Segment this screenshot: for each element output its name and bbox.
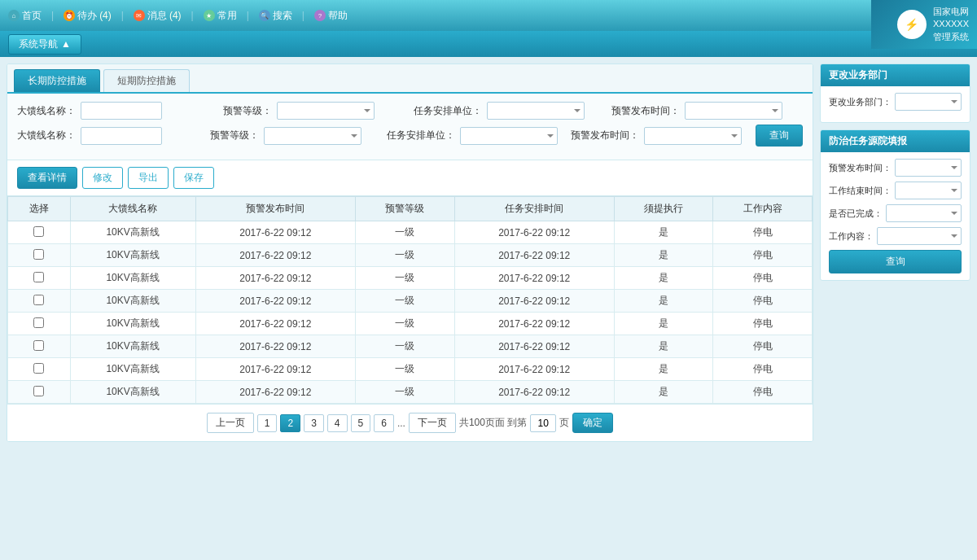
home-icon: ⌂ [8, 10, 20, 21]
select-time1[interactable] [685, 102, 782, 120]
row-checkbox[interactable] [33, 272, 44, 282]
table-row: 10KV高新线 2017-6-22 09:12 一级 2017-6-22 09:… [8, 381, 813, 404]
page-jump-input[interactable] [530, 414, 556, 432]
cell-content: 停电 [713, 381, 813, 404]
cell-arrange-time: 2017-6-22 09:12 [454, 290, 614, 313]
main-query-button[interactable]: 查询 [756, 125, 803, 147]
cell-execute: 是 [614, 358, 713, 381]
cell-level: 一级 [356, 267, 455, 290]
ellipsis: ... [397, 418, 405, 429]
cell-name: 10KV高新线 [70, 313, 195, 335]
right-row-work-content: 工作内容： [829, 227, 962, 245]
label-completed: 是否已完成： [829, 208, 883, 220]
select-time2[interactable] [644, 127, 742, 145]
tab-short-term[interactable]: 短期防控措施 [103, 69, 190, 92]
input-name1[interactable] [81, 102, 162, 120]
cell-content: 停电 [713, 267, 813, 290]
system-navigation-bar: 系统导航 ▲ [0, 31, 977, 57]
filter-group-level2: 预警等级： 一级二级三级 [202, 127, 380, 145]
cell-name: 10KV高新线 [70, 358, 195, 381]
input-name2[interactable] [81, 127, 162, 145]
cell-level: 一级 [356, 335, 455, 358]
row-checkbox[interactable] [33, 295, 44, 305]
cell-execute: 是 [614, 335, 713, 358]
common-icon: ★ [204, 10, 215, 21]
filter-form: 大馈线名称： 预警等级： 一级二级三级 任务安排单位： 预警发布时间： [7, 94, 813, 160]
cell-level: 一级 [356, 221, 455, 244]
cell-publish-time: 2017-6-22 09:12 [195, 313, 355, 335]
label-change-dept: 更改业务部门： [829, 96, 892, 108]
row-checkbox[interactable] [33, 386, 44, 396]
pagination: 上一页 1 2 3 4 5 6 ... 下一页 共100页面 到第 页 确定 [7, 404, 813, 441]
cell-name: 10KV高新线 [70, 290, 195, 313]
cell-name: 10KV高新线 [70, 221, 195, 244]
row-checkbox[interactable] [33, 226, 44, 237]
card-task-report-body: 预警发布时间： 工作结束时间： 是否已完成： 是否 [821, 152, 970, 280]
table-row: 10KV高新线 2017-6-22 09:12 一级 2017-6-22 09:… [8, 335, 813, 358]
view-detail-button[interactable]: 查看详情 [17, 167, 77, 189]
row-checkbox[interactable] [33, 249, 44, 260]
row-checkbox[interactable] [33, 363, 44, 374]
select-work-content[interactable] [877, 227, 962, 245]
tab-long-term[interactable]: 长期防控措施 [14, 69, 100, 92]
cell-execute: 是 [614, 267, 713, 290]
page-confirm-button[interactable]: 确定 [572, 413, 613, 433]
nav-message[interactable]: ✉ 消息 (4) [134, 9, 182, 23]
right-query-button[interactable]: 查询 [829, 250, 962, 273]
toolbar: 查看详情 修改 导出 保存 [7, 160, 813, 196]
select-unit2[interactable] [460, 127, 558, 145]
data-table: 选择 大馈线名称 预警发布时间 预警等级 任务安排时间 须提执行 工作内容 10… [7, 196, 813, 404]
save-button[interactable]: 保存 [173, 167, 214, 189]
prev-page-button[interactable]: 上一页 [207, 413, 254, 433]
page-btn-5[interactable]: 5 [351, 414, 371, 432]
modify-button[interactable]: 修改 [82, 167, 123, 189]
filter-row-2: 大馈线名称： 预警等级： 一级二级三级 任务安排单位： 预警发布时间： [17, 125, 803, 147]
cell-level: 一级 [356, 244, 455, 267]
table-header: 选择 大馈线名称 预警发布时间 预警等级 任务安排时间 须提执行 工作内容 [8, 197, 813, 221]
card-task-report: 防治任务源院填报 预警发布时间： 工作结束时间： 是否已完成： [820, 129, 970, 281]
table-row: 10KV高新线 2017-6-22 09:12 一级 2017-6-22 09:… [8, 221, 813, 244]
pending-icon: ⏰ [64, 10, 75, 21]
cell-content: 停电 [713, 244, 813, 267]
col-header-execute: 须提执行 [614, 197, 713, 221]
filter-group-level1: 预警等级： 一级二级三级 [215, 102, 406, 120]
select-completed[interactable]: 是否 [886, 204, 962, 222]
table-row: 10KV高新线 2017-6-22 09:12 一级 2017-6-22 09:… [8, 358, 813, 381]
cell-arrange-time: 2017-6-22 09:12 [454, 335, 614, 358]
page-btn-1[interactable]: 1 [257, 414, 278, 432]
cell-publish-time: 2017-6-22 09:12 [195, 244, 355, 267]
nav-pending[interactable]: ⏰ 待办 (4) [64, 9, 112, 23]
page-btn-6[interactable]: 6 [374, 414, 394, 432]
cell-arrange-time: 2017-6-22 09:12 [454, 381, 614, 404]
label-name1: 大馈线名称： [17, 104, 76, 118]
logo-icon: ⚡ [897, 10, 927, 39]
cell-execute: 是 [614, 221, 713, 244]
nav-common[interactable]: ★ 常用 [204, 9, 237, 23]
message-icon: ✉ [134, 10, 145, 21]
row-checkbox[interactable] [33, 317, 44, 328]
right-panel: 更改业务部门 更改业务部门： 部门A部门B 防治任务源院填报 预警发布时间： [820, 63, 970, 442]
page-btn-2[interactable]: 2 [280, 414, 300, 432]
nav-help[interactable]: ? 帮助 [314, 9, 348, 23]
system-nav-button[interactable]: 系统导航 ▲ [8, 34, 81, 55]
page-btn-3[interactable]: 3 [304, 414, 324, 432]
select-end-time[interactable] [895, 182, 962, 199]
help-icon: ? [314, 10, 326, 21]
select-publish-time[interactable] [895, 159, 962, 177]
label-level2: 预警等级： [202, 129, 259, 142]
main-container: 长期防控措施 短期防控措施 大馈线名称： 预警等级： 一级二级三级 任务安排单位… [0, 57, 977, 448]
select-unit1[interactable] [487, 102, 585, 120]
nav-home[interactable]: ⌂ 首页 [8, 9, 42, 23]
select-change-dept[interactable]: 部门A部门B [895, 93, 962, 111]
nav-search[interactable]: 🔍 搜索 [259, 9, 292, 23]
select-level1[interactable]: 一级二级三级 [277, 102, 375, 120]
top-navigation: ⌂ 首页 | ⏰ 待办 (4) | ✉ 消息 (4) | ★ 常用 | 🔍 搜索… [0, 0, 977, 31]
row-checkbox[interactable] [33, 340, 44, 351]
next-page-button[interactable]: 下一页 [409, 413, 456, 433]
cell-level: 一级 [356, 358, 455, 381]
left-panel: 长期防控措施 短期防控措施 大馈线名称： 预警等级： 一级二级三级 任务安排单位… [7, 63, 813, 442]
export-button[interactable]: 导出 [128, 167, 169, 189]
cell-level: 一级 [356, 290, 455, 313]
select-level2[interactable]: 一级二级三级 [264, 127, 361, 145]
page-btn-4[interactable]: 4 [327, 414, 348, 432]
